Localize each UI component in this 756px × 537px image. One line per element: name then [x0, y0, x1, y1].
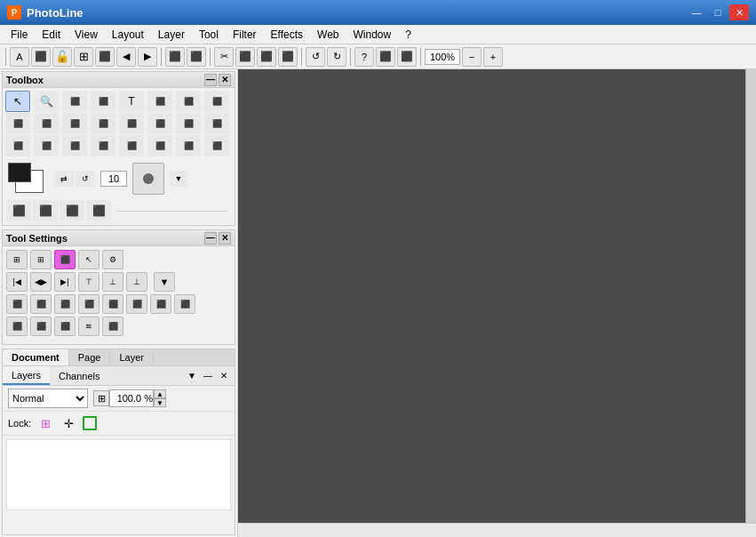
toolbar-cut-btn[interactable]: ✂	[214, 47, 234, 67]
toolbox-minimize-btn[interactable]: —	[204, 74, 217, 86]
toolbar-eye-btn[interactable]: ⬛	[397, 47, 417, 67]
align-active-btn[interactable]: ⬛	[54, 250, 76, 269]
lock-move-btn[interactable]: ✛	[60, 414, 77, 432]
dist-extra-btn[interactable]: ⬛	[174, 294, 195, 314]
toolbar-save-btn[interactable]: ⬛	[95, 47, 115, 67]
tool-zoom[interactable]: 🔍	[34, 91, 59, 112]
opacity-input[interactable]	[109, 389, 154, 407]
tool-r7[interactable]: ⬛	[176, 135, 201, 156]
tool-polygon[interactable]: ⬛	[91, 91, 115, 112]
dist-v-btn[interactable]: ⬛	[102, 294, 123, 314]
tool-r6[interactable]: ⬛	[147, 135, 172, 156]
tool-rect[interactable]: ⬛	[5, 113, 30, 134]
brush-size-input[interactable]	[100, 171, 127, 187]
zoom-input[interactable]	[425, 49, 460, 65]
tool-lasso[interactable]: ⬛	[62, 91, 87, 112]
menu-file[interactable]: File	[4, 25, 35, 44]
dist-size-btn[interactable]: ⬛	[150, 294, 171, 314]
align-pointer-btn[interactable]: ↖	[78, 250, 99, 269]
toolbar-open-btn[interactable]: 🔓	[52, 47, 72, 67]
toolbar-text-btn[interactable]: A	[10, 47, 29, 67]
dist-left-btn[interactable]: ⬛	[6, 294, 28, 314]
toolbar-redo-btn[interactable]: ↻	[327, 47, 346, 67]
align-dropdown-btn[interactable]: ▼	[154, 272, 175, 292]
toolbar-next-btn[interactable]: ▶	[138, 47, 157, 67]
misc-btn[interactable]: ⬛	[102, 317, 123, 336]
tab-page[interactable]: Page	[69, 349, 111, 365]
tool-stamp[interactable]: ⬛	[147, 91, 172, 112]
align-dropdown[interactable]: ▼	[154, 272, 175, 292]
tool-fill[interactable]: ⬛	[34, 113, 59, 134]
menu-view[interactable]: View	[68, 25, 105, 44]
scroll-vertical[interactable]	[745, 69, 756, 526]
menu-effects[interactable]: Effects	[264, 25, 310, 44]
align-h-center-btn[interactable]: ◀▶	[30, 272, 52, 292]
menu-layer[interactable]: Layer	[151, 25, 192, 44]
tool-crop[interactable]: ⬛	[176, 113, 201, 134]
special-tool-2[interactable]: ⬛	[33, 200, 58, 221]
menu-window[interactable]: Window	[346, 25, 399, 44]
tool-shape[interactable]: ⬛	[147, 113, 172, 134]
tool-settings-close-btn[interactable]: ✕	[219, 232, 231, 244]
menu-edit[interactable]: Edit	[35, 25, 68, 44]
wave-btn[interactable]: ≋	[78, 317, 99, 336]
fg-color-swatch[interactable]	[8, 163, 31, 182]
align-left-edge-btn[interactable]: |◀	[6, 272, 28, 292]
align-top-edge-btn[interactable]: ⊤	[78, 272, 99, 292]
toolbar-new-btn[interactable]: ⬛	[31, 47, 51, 67]
align-bottom-edge-btn[interactable]: ⊥	[126, 272, 147, 292]
align-center-btn[interactable]: ⊞	[30, 250, 52, 269]
align-right-edge-btn[interactable]: ▶|	[54, 272, 76, 292]
align-v-center-btn[interactable]: ⊥	[102, 272, 123, 292]
toolbar-ruler-btn[interactable]: ⬛	[376, 47, 395, 67]
swap-colors-btn[interactable]: ⇄	[54, 171, 74, 187]
tool-settings-minimize-btn[interactable]: —	[204, 232, 217, 244]
toolbar-undo-btn[interactable]: ↺	[306, 47, 325, 67]
blend-mode-select[interactable]: Normal Multiply Screen Overlay	[8, 389, 88, 408]
tool-gradient[interactable]: ⬛	[204, 91, 229, 112]
subtab-close-btn[interactable]: ✕	[217, 369, 231, 383]
tool-eraser[interactable]: ⬛	[62, 113, 87, 134]
menu-tool[interactable]: Tool	[192, 25, 226, 44]
zoom-out-btn[interactable]: −	[462, 47, 481, 67]
special-tool-3[interactable]: ⬛	[60, 200, 84, 221]
zoom-in-btn[interactable]: +	[483, 47, 503, 67]
opacity-down-btn[interactable]: ▼	[154, 398, 166, 407]
subtab-minimize-btn[interactable]: —	[201, 369, 215, 383]
tool-select[interactable]: ↖	[5, 91, 30, 112]
tool-r5[interactable]: ⬛	[119, 135, 144, 156]
opacity-up-btn[interactable]: ▲	[154, 389, 166, 398]
menu-layout[interactable]: Layout	[105, 25, 151, 44]
special-tool-1[interactable]: ⬛	[6, 200, 31, 221]
close-button[interactable]: ✕	[729, 4, 749, 20]
tool-r2[interactable]: ⬛	[34, 135, 59, 156]
brush-dropdown-btn[interactable]: ▼	[170, 171, 187, 187]
toolbar-prev-btn[interactable]: ◀	[116, 47, 136, 67]
align-edge-btn[interactable]: ⊞	[6, 250, 28, 269]
lock-all-btn[interactable]	[83, 416, 97, 430]
lock-pixels-btn[interactable]: ⊞	[36, 414, 54, 432]
dist-right-btn[interactable]: ⬛	[54, 294, 76, 314]
tool-pen[interactable]: ⬛	[119, 113, 144, 134]
menu-web[interactable]: Web	[310, 25, 346, 44]
toolbar-clipboard-btn[interactable]: ⬛	[278, 47, 298, 67]
group-btn[interactable]: ⬛	[6, 317, 28, 336]
reset-colors-btn[interactable]: ↺	[76, 171, 95, 187]
dist-h-btn[interactable]: ⬛	[30, 294, 52, 314]
special-tool-4[interactable]: ⬛	[86, 200, 111, 221]
tool-r1[interactable]: ⬛	[5, 135, 30, 156]
minimize-button[interactable]: —	[687, 4, 706, 20]
tool-eyedrop[interactable]: ⬛	[204, 113, 229, 134]
tool-r8[interactable]: ⬛	[204, 135, 229, 156]
color-swatches[interactable]	[8, 163, 49, 195]
toolbar-copy2-btn[interactable]: ⬛	[257, 47, 276, 67]
tab-document[interactable]: Document	[3, 349, 69, 365]
tool-text[interactable]: T	[119, 91, 144, 112]
menu-filter[interactable]: Filter	[226, 25, 264, 44]
subtab-layers[interactable]: Layers	[3, 366, 50, 385]
menu-help[interactable]: ?	[398, 25, 418, 44]
toolbar-paste-btn[interactable]: ⬛	[235, 47, 255, 67]
dist-top-btn[interactable]: ⬛	[78, 294, 99, 314]
subtab-dropdown-btn[interactable]: ▼	[185, 369, 199, 383]
combine-btn[interactable]: ⬛	[54, 317, 76, 336]
